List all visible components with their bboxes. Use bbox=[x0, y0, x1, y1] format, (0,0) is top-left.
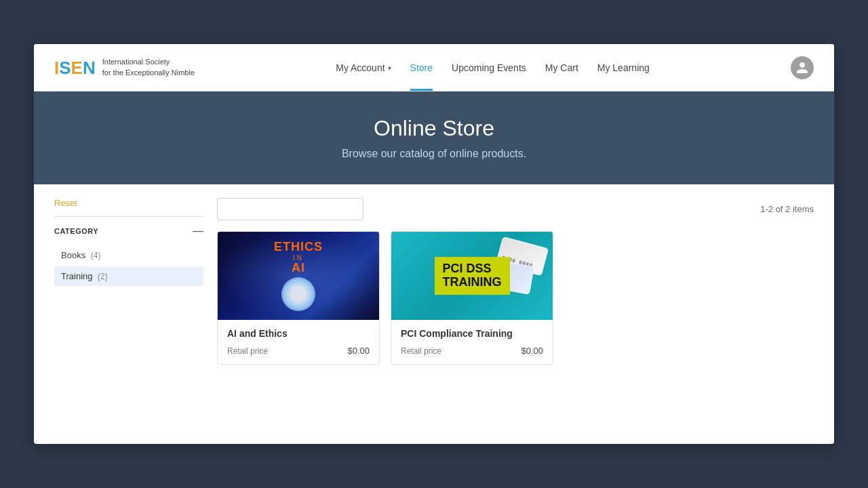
brain-icon bbox=[281, 277, 315, 311]
category-section: CATEGORY — Books (4) Training (2) bbox=[54, 216, 203, 286]
product-info-pci: PCI Compliance Training Retail price $0.… bbox=[391, 320, 553, 364]
category-training[interactable]: Training (2) bbox=[54, 266, 203, 286]
logo-letter-e: E bbox=[71, 58, 83, 78]
product-name-ai-ethics: AI and Ethics bbox=[227, 328, 370, 339]
nav-upcoming-events[interactable]: Upcoming Events bbox=[452, 44, 526, 91]
search-bar-container: 🔍 1-2 of 2 items bbox=[217, 198, 814, 220]
main-content: 🔍 1-2 of 2 items ETHICS IN AI bbox=[217, 198, 814, 365]
product-card-pci[interactable]: PCI DSS TRAINING 0000 0000 PCI Complian bbox=[391, 231, 553, 365]
search-wrapper: 🔍 bbox=[217, 198, 749, 220]
user-avatar[interactable] bbox=[791, 56, 814, 79]
nav-my-learning[interactable]: My Learning bbox=[597, 44, 650, 91]
ai-image-overlay: ETHICS IN AI bbox=[274, 241, 323, 312]
price-label-ai-ethics: Retail price bbox=[227, 346, 268, 356]
results-count: 1-2 of 2 items bbox=[760, 204, 814, 214]
user-icon bbox=[795, 61, 809, 75]
product-price-row-ai-ethics: Retail price $0.00 bbox=[227, 346, 370, 356]
price-pci: $0.00 bbox=[521, 346, 543, 356]
main-nav: My Account ▾ Store Upcoming Events My Ca… bbox=[336, 44, 650, 91]
product-card-ai-ethics[interactable]: ETHICS IN AI AI and Ethics Retail price … bbox=[217, 231, 380, 365]
logo: ISEN International Society for the Excep… bbox=[54, 57, 195, 78]
category-training-count: (2) bbox=[98, 272, 108, 281]
product-grid: ETHICS IN AI AI and Ethics Retail price … bbox=[217, 231, 814, 365]
logo-letter-n: N bbox=[83, 58, 96, 78]
nav-my-cart[interactable]: My Cart bbox=[545, 44, 578, 91]
logo-letter-s: S bbox=[59, 58, 71, 78]
hero-banner: Online Store Browse our catalog of onlin… bbox=[34, 92, 834, 184]
product-info-ai-ethics: AI and Ethics Retail price $0.00 bbox=[218, 320, 379, 364]
hero-subtitle: Browse our catalog of online products. bbox=[54, 148, 814, 160]
collapse-icon[interactable]: — bbox=[193, 225, 203, 237]
reset-button[interactable]: Reset bbox=[54, 198, 77, 208]
content-area: Reset CATEGORY — Books (4) Training (2) bbox=[34, 184, 834, 378]
header: ISEN International Society for the Excep… bbox=[34, 44, 834, 92]
product-image-ai-ethics: ETHICS IN AI bbox=[218, 232, 379, 320]
product-name-pci: PCI Compliance Training bbox=[401, 328, 543, 339]
category-books[interactable]: Books (4) bbox=[54, 245, 203, 265]
category-label: CATEGORY bbox=[54, 227, 98, 235]
product-price-row-pci: Retail price $0.00 bbox=[401, 346, 543, 356]
logo-tagline: International Society for the Exceptiona… bbox=[102, 57, 195, 78]
category-header: CATEGORY — bbox=[54, 225, 203, 237]
pci-label: PCI DSS TRAINING bbox=[435, 257, 510, 295]
main-window: ISEN International Society for the Excep… bbox=[34, 44, 834, 444]
logo-letters: ISEN bbox=[54, 59, 96, 77]
product-image-pci: PCI DSS TRAINING 0000 0000 bbox=[391, 232, 553, 320]
sidebar: Reset CATEGORY — Books (4) Training (2) bbox=[54, 198, 203, 365]
hero-title: Online Store bbox=[54, 116, 814, 141]
search-input[interactable] bbox=[217, 198, 363, 220]
category-books-count: (4) bbox=[91, 251, 101, 260]
chevron-down-icon: ▾ bbox=[388, 64, 391, 72]
price-label-pci: Retail price bbox=[401, 346, 441, 356]
price-ai-ethics: $0.00 bbox=[347, 346, 370, 356]
nav-store[interactable]: Store bbox=[410, 44, 433, 91]
nav-my-account[interactable]: My Account ▾ bbox=[336, 44, 391, 91]
